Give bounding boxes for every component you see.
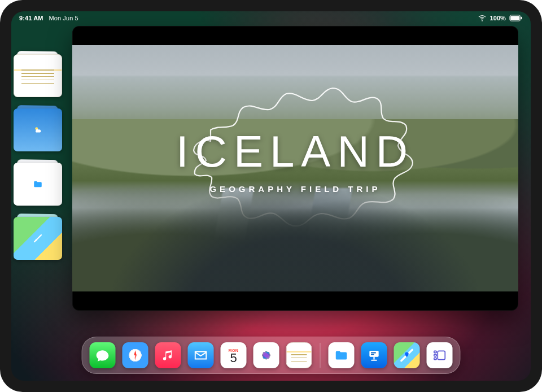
dock-app-notes[interactable] (286, 342, 312, 368)
weather-icon (14, 108, 62, 151)
maps-icon (14, 217, 62, 260)
svg-rect-1 (510, 16, 519, 20)
dock-separator (320, 343, 321, 368)
stage-item-files[interactable] (17, 159, 65, 202)
slide-subtitle: GEOGRAPHY FIELD TRIP (209, 184, 381, 194)
dock: MON 5 (82, 337, 461, 374)
stage-manager-strip (17, 51, 65, 256)
stage-item-maps[interactable] (17, 214, 65, 256)
dock-app-music[interactable] (155, 342, 181, 368)
keynote-slide: ICELAND GEOGRAPHY FIELD TRIP (72, 45, 518, 291)
dock-app-photos[interactable] (253, 342, 279, 368)
svg-rect-18 (434, 351, 436, 352)
dock-app-mail[interactable] (188, 342, 214, 368)
svg-rect-20 (434, 358, 436, 359)
wifi-icon (478, 14, 486, 22)
status-date: Mon Jun 5 (49, 15, 78, 21)
iceland-outline-icon (177, 68, 414, 237)
files-icon (14, 163, 62, 206)
calendar-day: 5 (221, 352, 247, 364)
battery-icon (509, 15, 523, 21)
status-bar: 9:41 AM Mon Jun 5 100% (11, 11, 531, 24)
stage-item-weather[interactable] (17, 105, 65, 148)
svg-rect-21 (438, 351, 445, 359)
svg-point-4 (36, 239, 37, 241)
dock-app-keynote[interactable] (361, 342, 387, 368)
status-battery-pct: 100% (489, 15, 506, 21)
dock-app-safari[interactable] (123, 342, 148, 368)
dock-app-messages[interactable] (90, 342, 116, 368)
svg-rect-2 (521, 17, 522, 19)
dock-app-files[interactable] (329, 342, 355, 368)
svg-marker-6 (136, 350, 137, 355)
stage-item-notes[interactable] (17, 51, 65, 94)
ipad-device-frame: 9:41 AM Mon Jun 5 100% (0, 0, 542, 392)
dock-app-stage-manager[interactable] (427, 342, 453, 368)
svg-rect-16 (370, 351, 378, 356)
slide-title: ICELAND (176, 126, 414, 177)
status-time: 9:41 AM (19, 15, 43, 21)
ipad-screen: 9:41 AM Mon Jun 5 100% (11, 11, 531, 381)
dock-app-calendar[interactable]: MON 5 (221, 342, 247, 368)
svg-marker-7 (134, 355, 135, 360)
notes-icon (14, 54, 62, 97)
dock-app-maps[interactable] (394, 342, 420, 368)
svg-rect-19 (434, 354, 436, 356)
keynote-window[interactable]: ICELAND GEOGRAPHY FIELD TRIP (72, 26, 518, 311)
